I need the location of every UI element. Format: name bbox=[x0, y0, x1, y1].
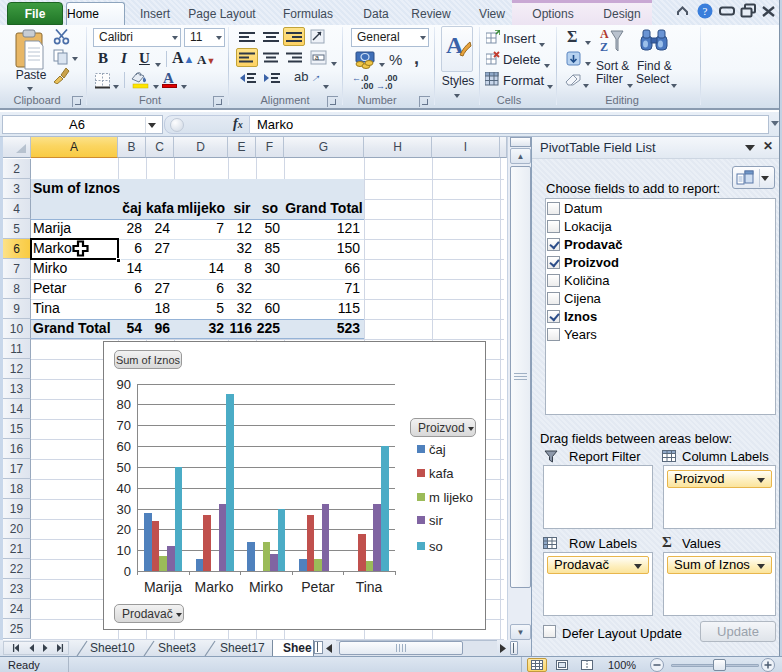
svg-text:?: ? bbox=[703, 5, 708, 17]
svg-text:Z: Z bbox=[600, 40, 608, 54]
svg-text:A: A bbox=[600, 27, 609, 41]
svg-text:a: a bbox=[315, 54, 319, 61]
